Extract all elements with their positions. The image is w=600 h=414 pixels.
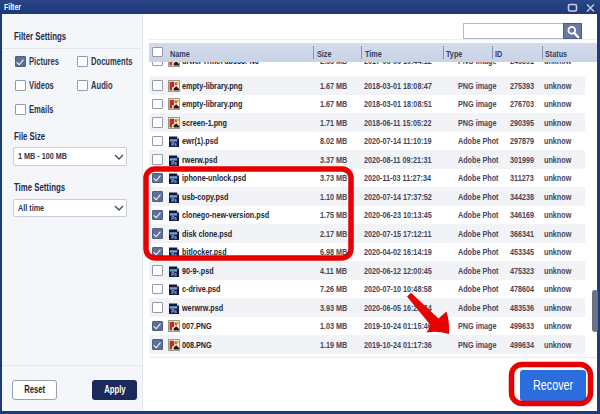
svg-text:Ps: Ps <box>171 216 177 221</box>
svg-text:Ps: Ps <box>171 142 177 147</box>
svg-text:Ps: Ps <box>171 179 177 184</box>
svg-text:Ps: Ps <box>171 235 177 240</box>
svg-text:Ps: Ps <box>171 290 177 295</box>
svg-text:Ps: Ps <box>171 198 177 203</box>
svg-text:Ps: Ps <box>171 161 177 166</box>
svg-text:Ps: Ps <box>171 272 177 277</box>
svg-text:Ps: Ps <box>171 253 177 258</box>
svg-text:Ps: Ps <box>171 309 177 314</box>
